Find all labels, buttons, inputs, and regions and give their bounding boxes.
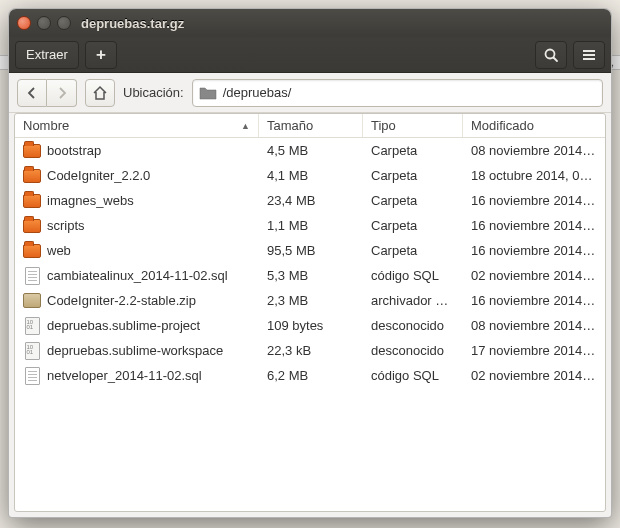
file-name: depruebas.sublime-workspace [47,343,223,358]
file-icon [23,367,41,385]
file-name: CodeIgniter-2.2-stable.zip [47,293,196,308]
file-modified: 08 noviembre 2014… [463,316,605,335]
toolbar: Extraer + [9,37,611,73]
file-modified: 02 noviembre 2014… [463,366,605,385]
file-name: cambiatealinux_2014-11-02.sql [47,268,228,283]
svg-line-1 [554,57,558,61]
file-size: 23,4 MB [259,191,363,210]
file-type: Carpeta [363,191,463,210]
file-type: Carpeta [363,241,463,260]
archive-window: depruebas.tar.gz Extraer + Ubicación: [8,8,612,518]
file-modified: 16 noviembre 2014… [463,191,605,210]
svg-rect-3 [583,54,595,56]
minimize-icon[interactable] [37,16,51,30]
file-size: 6,2 MB [259,366,363,385]
table-row[interactable]: CodeIgniter-2.2-stable.zip2,3 MBarchivad… [15,288,605,313]
svg-rect-4 [583,58,595,60]
chevron-left-icon [27,87,37,99]
file-icon [23,267,41,285]
add-button[interactable]: + [85,41,117,69]
header-name[interactable]: Nombre ▲ [15,114,259,137]
navigation-bar: Ubicación: /depruebas/ [9,73,611,113]
folder-icon [23,142,41,160]
back-button[interactable] [17,79,47,107]
chevron-right-icon [57,87,67,99]
file-name: netveloper_2014-11-02.sql [47,368,202,383]
extract-button[interactable]: Extraer [15,41,79,69]
path-input[interactable]: /depruebas/ [192,79,603,107]
file-list: Nombre ▲ Tamaño Tipo Modificado bootstra… [14,113,606,512]
svg-rect-2 [583,50,595,52]
close-icon[interactable] [17,16,31,30]
file-type: código SQL [363,266,463,285]
binary-file-icon: 1001 [23,317,41,335]
file-type: Carpeta [363,166,463,185]
file-name: scripts [47,218,85,233]
table-row[interactable]: imagnes_webs23,4 MBCarpeta16 noviembre 2… [15,188,605,213]
file-modified: 16 noviembre 2014… [463,216,605,235]
file-size: 109 bytes [259,316,363,335]
file-modified: 16 noviembre 2014… [463,291,605,310]
file-modified: 17 noviembre 2014… [463,341,605,360]
sort-ascending-icon: ▲ [241,121,250,131]
forward-button[interactable] [47,79,77,107]
table-row[interactable]: CodeIgniter_2.2.04,1 MBCarpeta18 octubre… [15,163,605,188]
table-row[interactable]: cambiatealinux_2014-11-02.sql5,3 MBcódig… [15,263,605,288]
file-type: desconocido [363,316,463,335]
folder-icon [23,167,41,185]
table-row[interactable]: netveloper_2014-11-02.sql6,2 MBcódigo SQ… [15,363,605,388]
search-button[interactable] [535,41,567,69]
table-row[interactable]: bootstrap4,5 MBCarpeta08 noviembre 2014… [15,138,605,163]
file-name: bootstrap [47,143,101,158]
maximize-icon[interactable] [57,16,71,30]
menu-button[interactable] [573,41,605,69]
column-headers: Nombre ▲ Tamaño Tipo Modificado [15,114,605,138]
table-row[interactable]: web95,5 MBCarpeta16 noviembre 2014… [15,238,605,263]
file-name: web [47,243,71,258]
file-modified: 08 noviembre 2014… [463,141,605,160]
plus-icon: + [96,45,106,65]
folder-icon [23,242,41,260]
file-modified: 16 noviembre 2014… [463,241,605,260]
file-size: 5,3 MB [259,266,363,285]
file-type: archivador … [363,291,463,310]
home-icon [92,85,108,101]
header-size[interactable]: Tamaño [259,114,363,137]
file-name: depruebas.sublime-project [47,318,200,333]
search-icon [543,47,559,63]
file-type: desconocido [363,341,463,360]
folder-icon [199,85,217,101]
file-name: CodeIgniter_2.2.0 [47,168,150,183]
file-type: código SQL [363,366,463,385]
file-type: Carpeta [363,141,463,160]
window-title: depruebas.tar.gz [81,16,184,31]
table-row[interactable]: 1001depruebas.sublime-project109 bytesde… [15,313,605,338]
location-label: Ubicación: [123,85,184,100]
header-type[interactable]: Tipo [363,114,463,137]
binary-file-icon: 1001 [23,342,41,360]
file-name: imagnes_webs [47,193,134,208]
titlebar[interactable]: depruebas.tar.gz [9,9,611,37]
file-modified: 18 octubre 2014, 0… [463,166,605,185]
table-row[interactable]: scripts1,1 MBCarpeta16 noviembre 2014… [15,213,605,238]
hamburger-icon [581,47,597,63]
file-size: 95,5 MB [259,241,363,260]
file-size: 1,1 MB [259,216,363,235]
file-size: 2,3 MB [259,291,363,310]
file-size: 4,1 MB [259,166,363,185]
file-size: 22,3 kB [259,341,363,360]
folder-icon [23,192,41,210]
file-modified: 02 noviembre 2014… [463,266,605,285]
file-size: 4,5 MB [259,141,363,160]
header-modified[interactable]: Modificado [463,114,605,137]
folder-icon [23,217,41,235]
table-row[interactable]: 1001depruebas.sublime-workspace22,3 kBde… [15,338,605,363]
file-type: Carpeta [363,216,463,235]
home-button[interactable] [85,79,115,107]
path-text: /depruebas/ [223,85,292,100]
archive-icon [23,292,41,310]
